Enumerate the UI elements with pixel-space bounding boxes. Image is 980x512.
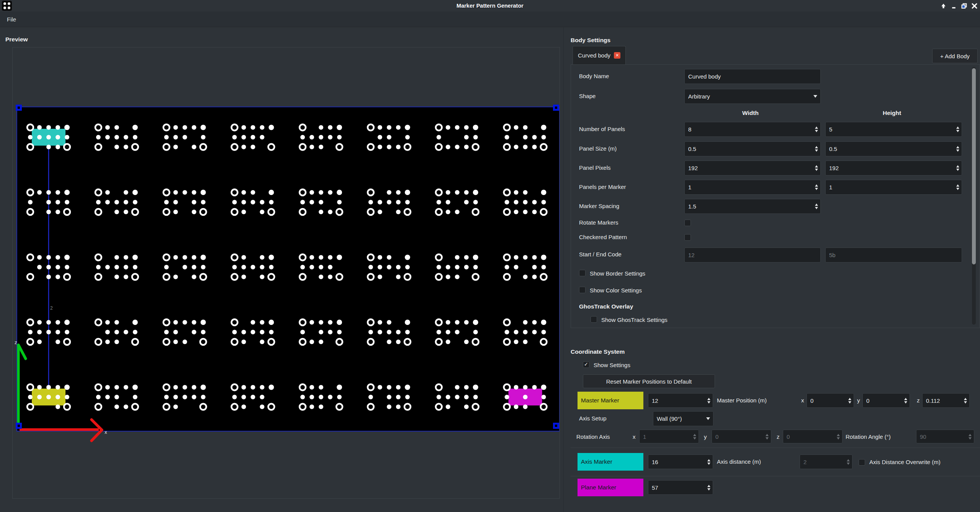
maximize-icon[interactable] xyxy=(960,2,967,9)
axis-marker-id-spinbox[interactable]: 16 xyxy=(648,455,713,469)
rotate-markers-checkbox[interactable] xyxy=(684,220,691,226)
spinner-up-icon[interactable] xyxy=(964,398,967,400)
add-body-button[interactable]: + Add Body xyxy=(932,49,978,63)
spinner-arrows[interactable] xyxy=(961,394,969,407)
master-y-spinbox[interactable]: 0 xyxy=(862,393,910,408)
spinner-arrows[interactable] xyxy=(954,161,962,175)
spinner-down-icon[interactable] xyxy=(956,188,959,190)
spinner-up-icon[interactable] xyxy=(693,434,696,436)
rotation-z-spinbox[interactable]: 0 xyxy=(783,430,843,443)
show-ghostrack-settings-checkbox[interactable] xyxy=(591,316,597,323)
spinner-down-icon[interactable] xyxy=(707,488,710,491)
spinner-up-icon[interactable] xyxy=(815,203,818,206)
number-of-panels-height-spinbox[interactable]: 5 xyxy=(825,122,962,137)
spinner-up-icon[interactable] xyxy=(956,184,959,187)
spinner-down-icon[interactable] xyxy=(815,130,818,132)
spinner-up-icon[interactable] xyxy=(815,126,818,129)
scrollbar-thumb[interactable] xyxy=(972,68,976,264)
panel-pixels-width-spinbox[interactable]: 192 xyxy=(684,161,821,176)
marker-spacing-spinbox[interactable]: 1.5 xyxy=(684,199,821,214)
rotation-angle-spinbox[interactable]: 90 xyxy=(916,430,974,443)
spinner-up-icon[interactable] xyxy=(847,459,850,461)
spinner-arrows[interactable] xyxy=(834,430,842,443)
rotation-x-spinbox[interactable]: 1 xyxy=(639,430,699,443)
spinner-up-icon[interactable] xyxy=(848,398,851,400)
master-marker-id-spinbox[interactable]: 12 xyxy=(648,393,713,408)
panel-size-height-spinbox[interactable]: 0.5 xyxy=(825,141,962,156)
panels-per-marker-height-spinbox[interactable]: 1 xyxy=(825,180,962,195)
spinner-down-icon[interactable] xyxy=(766,437,769,440)
spinner-up-icon[interactable] xyxy=(766,434,769,436)
minimize-icon[interactable] xyxy=(950,2,957,9)
panel-size-width-spinbox[interactable]: 0.5 xyxy=(684,141,821,156)
spinner-up-icon[interactable] xyxy=(815,184,818,187)
spinner-arrows[interactable] xyxy=(844,455,852,469)
spinner-arrows[interactable] xyxy=(846,394,854,407)
spinner-down-icon[interactable] xyxy=(969,437,972,440)
axis-setup-dropdown[interactable]: Wall (90°) xyxy=(653,411,713,426)
spinner-down-icon[interactable] xyxy=(837,437,840,440)
spinner-down-icon[interactable] xyxy=(904,401,907,404)
spinner-down-icon[interactable] xyxy=(956,130,959,132)
checkered-pattern-checkbox[interactable] xyxy=(684,234,691,241)
spinner-arrows[interactable] xyxy=(812,161,820,175)
spinner-down-icon[interactable] xyxy=(848,401,851,404)
spinner-arrows[interactable] xyxy=(705,481,713,494)
shade-window-icon[interactable] xyxy=(940,2,947,9)
close-tab-icon[interactable]: ✕ xyxy=(614,52,620,59)
reset-marker-positions-button[interactable]: Reset Marker Positions to Default xyxy=(583,374,715,388)
panels-per-marker-width-spinbox[interactable]: 1 xyxy=(684,180,821,195)
master-x-spinbox[interactable]: 0 xyxy=(807,393,854,408)
spinner-down-icon[interactable] xyxy=(707,463,710,465)
spinner-arrows[interactable] xyxy=(966,430,974,443)
spinner-up-icon[interactable] xyxy=(969,434,972,436)
spinner-down-icon[interactable] xyxy=(956,149,959,152)
body-settings-scrollbar[interactable] xyxy=(972,67,976,325)
axis-distance-overwrite-checkbox[interactable] xyxy=(859,459,865,466)
show-border-settings-checkbox[interactable] xyxy=(579,270,586,276)
axis-distance-spinbox[interactable]: 2 xyxy=(800,455,852,469)
panel-splitter[interactable] xyxy=(563,27,564,512)
spinner-arrows[interactable] xyxy=(690,430,699,443)
spinner-down-icon[interactable] xyxy=(956,169,959,171)
spinner-up-icon[interactable] xyxy=(707,485,710,487)
spinner-arrows[interactable] xyxy=(812,180,820,194)
spinner-down-icon[interactable] xyxy=(847,463,850,465)
spinner-down-icon[interactable] xyxy=(815,188,818,190)
panel-pixels-height-spinbox[interactable]: 192 xyxy=(825,161,962,176)
spinner-arrows[interactable] xyxy=(763,430,771,443)
number-of-panels-width-spinbox[interactable]: 8 xyxy=(684,122,821,137)
spinner-arrows[interactable] xyxy=(954,180,962,194)
spinner-arrows[interactable] xyxy=(954,122,962,136)
spinner-up-icon[interactable] xyxy=(707,459,710,461)
end-code-input[interactable]: 5b xyxy=(825,248,962,263)
tab-curved-body[interactable]: Curved body ✕ xyxy=(573,46,626,64)
spinner-up-icon[interactable] xyxy=(904,398,907,400)
spinner-down-icon[interactable] xyxy=(707,401,710,404)
plane-marker-id-spinbox[interactable]: 57 xyxy=(648,480,713,495)
start-code-input[interactable]: 12 xyxy=(684,248,821,263)
spinner-arrows[interactable] xyxy=(705,394,713,407)
menu-file[interactable]: File xyxy=(0,16,23,23)
spinner-up-icon[interactable] xyxy=(956,146,959,148)
spinner-down-icon[interactable] xyxy=(815,169,818,171)
spinner-down-icon[interactable] xyxy=(964,401,967,404)
spinner-up-icon[interactable] xyxy=(815,165,818,167)
spinner-up-icon[interactable] xyxy=(837,434,840,436)
spinner-arrows[interactable] xyxy=(954,142,962,156)
spinner-up-icon[interactable] xyxy=(707,398,710,400)
spinner-arrows[interactable] xyxy=(812,122,820,136)
spinner-up-icon[interactable] xyxy=(956,165,959,167)
show-color-settings-checkbox[interactable] xyxy=(579,287,586,293)
rotation-y-spinbox[interactable]: 0 xyxy=(712,430,771,443)
close-icon[interactable] xyxy=(971,2,978,9)
title-bar[interactable]: Marker Pattern Generator xyxy=(0,0,980,11)
body-name-input[interactable]: Curved body xyxy=(684,69,821,84)
spinner-arrows[interactable] xyxy=(812,199,820,213)
marker-preview-canvas[interactable]: 2zx xyxy=(13,48,560,498)
spinner-arrows[interactable] xyxy=(901,394,910,407)
spinner-up-icon[interactable] xyxy=(815,146,818,148)
spinner-arrows[interactable] xyxy=(705,455,713,469)
spinner-down-icon[interactable] xyxy=(693,437,696,440)
spinner-arrows[interactable] xyxy=(812,142,820,156)
